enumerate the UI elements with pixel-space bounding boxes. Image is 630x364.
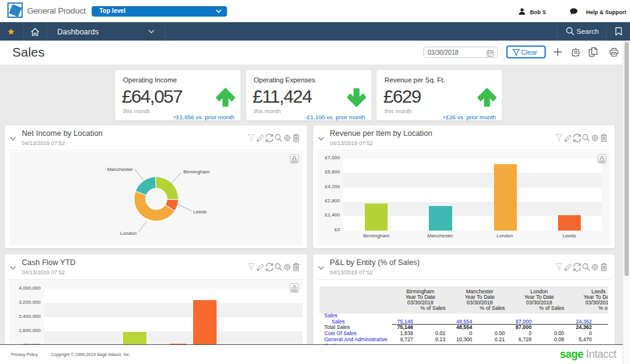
svg-text:Leeds: Leeds	[193, 208, 207, 214]
svg-text:Birmingham: Birmingham	[183, 168, 210, 174]
svg-text:Manchester: Manchester	[107, 166, 133, 172]
svg-text:London: London	[120, 230, 137, 235]
